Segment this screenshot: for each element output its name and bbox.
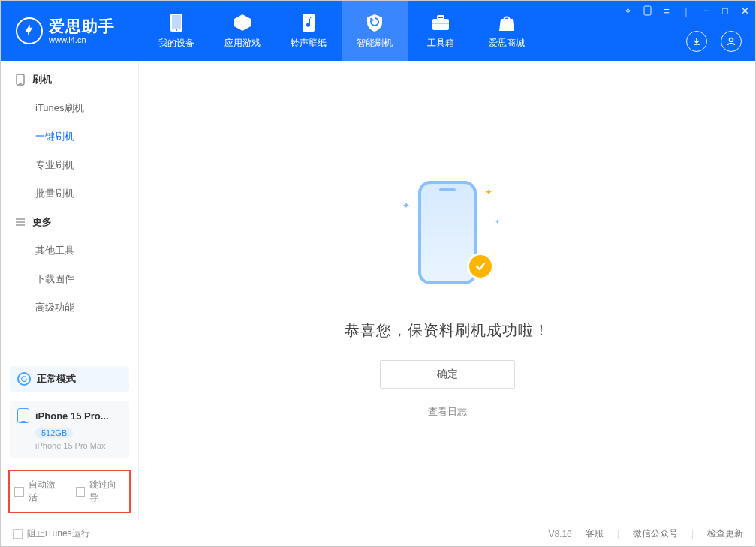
main-content: ✦ ✦ ✦ 恭喜您，保资料刷机成功啦！ 确定 查看日志 [139,61,755,521]
svg-rect-6 [432,23,449,24]
wc-icon1[interactable]: ✧ [622,5,634,17]
auto-activate-checkbox[interactable]: 自动激活 [14,479,64,504]
success-check-icon [467,253,494,280]
app-subtitle: www.i4.cn [49,35,115,44]
wc-sep: | [680,5,692,17]
nav-ringtones[interactable]: 铃声壁纸 [276,1,342,61]
sidebar-item-advanced[interactable]: 高级功能 [1,293,138,322]
sidebar-item-oneclick-flash[interactable]: 一键刷机 [1,122,138,151]
sidebar-item-pro-flash[interactable]: 专业刷机 [1,151,138,179]
shield-refresh-icon [365,13,384,32]
app-logo: 爱思助手 www.i4.cn [1,17,143,44]
sparkle-icon: ✦ [402,200,410,211]
device-info[interactable]: iPhone 15 Pro... 512GB iPhone 15 Pro Max [10,401,129,458]
nav-my-device[interactable]: 我的设备 [143,1,209,61]
download-button[interactable] [686,31,707,52]
wc-phone-icon[interactable] [641,5,653,16]
sidebar-item-batch-flash[interactable]: 批量刷机 [1,179,138,208]
sidebar-item-download-firmware[interactable]: 下载固件 [1,265,138,293]
briefcase-icon [431,13,450,32]
svg-rect-5 [438,16,444,19]
ok-button[interactable]: 确定 [380,360,515,389]
nav-store[interactable]: 爱思商城 [474,1,540,61]
account-button[interactable] [721,31,742,52]
phone-outline-icon [14,74,26,86]
view-log-link[interactable]: 查看日志 [428,405,467,419]
device-status[interactable]: 正常模式 [10,366,129,392]
sparkle-icon: ✦ [485,187,492,197]
minimize-button[interactable]: － [700,4,712,17]
device-model: iPhone 15 Pro Max [35,441,122,450]
support-link[interactable]: 客服 [586,527,604,540]
sidebar: 刷机 iTunes刷机 一键刷机 专业刷机 批量刷机 更多 其他工具 下载固件 … [1,61,139,521]
sparkle-icon: ✦ [495,218,500,225]
app-title: 爱思助手 [49,17,115,35]
svg-rect-4 [432,19,449,30]
cube-icon [233,13,252,32]
svg-rect-8 [644,6,651,15]
version-label: V8.16 [548,529,571,539]
device-name: iPhone 15 Pro... [35,410,109,422]
svg-rect-1 [172,15,181,29]
sidebar-item-other-tools[interactable]: 其他工具 [1,236,138,265]
update-link[interactable]: 检查更新 [707,527,743,540]
phone-icon [167,13,186,32]
block-itunes-checkbox[interactable]: 阻止iTunes运行 [13,527,90,540]
app-header: 爱思助手 www.i4.cn 我的设备 应用游戏 铃声壁纸 智能刷机 [1,1,755,61]
storage-badge: 512GB [35,428,73,438]
svg-point-7 [730,38,733,42]
logo-icon [16,17,43,44]
nav-flash[interactable]: 智能刷机 [342,1,408,61]
refresh-status-icon [17,372,31,386]
nav-apps[interactable]: 应用游戏 [209,1,276,61]
sidebar-section-flash[interactable]: 刷机 [1,65,138,94]
close-button[interactable]: ✕ [739,5,751,17]
svg-point-2 [176,29,177,31]
nav-toolbox[interactable]: 工具箱 [408,1,474,61]
top-nav: 我的设备 应用游戏 铃声壁纸 智能刷机 工具箱 爱思商城 [143,1,540,61]
success-illustration: ✦ ✦ ✦ [387,173,508,301]
success-message: 恭喜您，保资料刷机成功啦！ [345,320,550,341]
maximize-button[interactable]: □ [719,5,731,17]
menu-lines-icon [14,216,26,228]
wechat-link[interactable]: 微信公众号 [633,527,678,540]
window-controls: ✧ ≡ | － □ ✕ [622,4,751,17]
footer: 阻止iTunes运行 V8.16 客服 | 微信公众号 | 检查更新 [1,521,755,546]
device-phone-icon [17,408,29,423]
wc-menu-icon[interactable]: ≡ [661,5,673,17]
sidebar-item-itunes-flash[interactable]: iTunes刷机 [1,94,138,122]
music-icon [299,13,318,32]
sidebar-section-more[interactable]: 更多 [1,208,138,236]
bag-icon [497,13,517,32]
flash-options-highlight: 自动激活 跳过向导 [8,470,131,513]
skip-wizard-checkbox[interactable]: 跳过向导 [76,479,125,504]
